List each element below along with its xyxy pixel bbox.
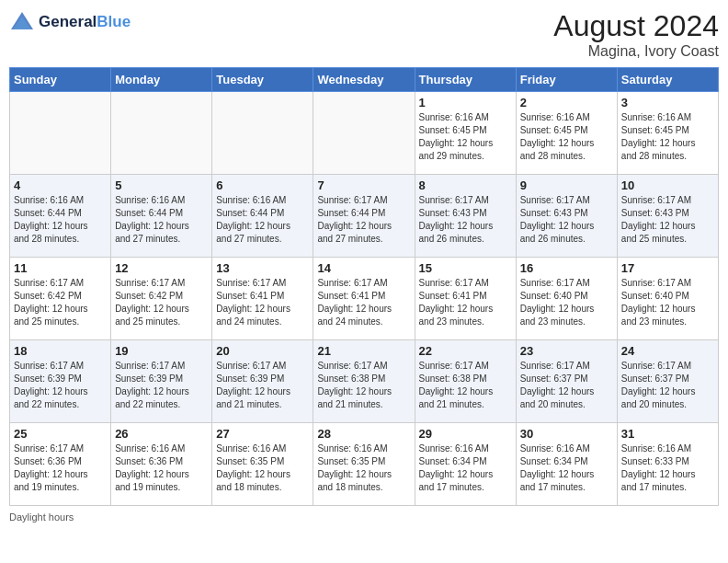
logo-icon bbox=[9, 9, 35, 35]
day-info: Sunrise: 6:17 AM Sunset: 6:44 PM Dayligh… bbox=[317, 194, 410, 246]
day-number: 15 bbox=[419, 261, 512, 275]
day-info: Sunrise: 6:16 AM Sunset: 6:45 PM Dayligh… bbox=[419, 111, 512, 163]
calendar-header-tuesday: Tuesday bbox=[212, 68, 313, 92]
calendar-header-saturday: Saturday bbox=[617, 68, 718, 92]
day-info: Sunrise: 6:17 AM Sunset: 6:42 PM Dayligh… bbox=[115, 277, 208, 328]
month-year: August 2024 bbox=[553, 9, 719, 43]
calendar-cell: 18Sunrise: 6:17 AM Sunset: 6:39 PM Dayli… bbox=[10, 340, 111, 423]
day-number: 29 bbox=[419, 427, 512, 441]
calendar-header-thursday: Thursday bbox=[415, 68, 516, 92]
calendar-cell: 28Sunrise: 6:16 AM Sunset: 6:35 PM Dayli… bbox=[313, 423, 415, 506]
day-number: 11 bbox=[14, 261, 107, 275]
day-info: Sunrise: 6:16 AM Sunset: 6:34 PM Dayligh… bbox=[419, 442, 512, 494]
day-info: Sunrise: 6:16 AM Sunset: 6:44 PM Dayligh… bbox=[115, 194, 208, 246]
calendar-header-wednesday: Wednesday bbox=[313, 68, 415, 92]
day-number: 24 bbox=[621, 344, 714, 358]
day-number: 30 bbox=[520, 427, 613, 441]
day-info: Sunrise: 6:16 AM Sunset: 6:33 PM Dayligh… bbox=[621, 442, 714, 494]
calendar-cell bbox=[313, 92, 415, 175]
day-info: Sunrise: 6:16 AM Sunset: 6:34 PM Dayligh… bbox=[520, 442, 613, 494]
calendar-cell: 17Sunrise: 6:17 AM Sunset: 6:40 PM Dayli… bbox=[617, 258, 718, 340]
page-header: GeneralBlue August 2024 Magina, Ivory Co… bbox=[9, 9, 719, 60]
day-number: 28 bbox=[317, 427, 410, 441]
calendar-week-2: 4Sunrise: 6:16 AM Sunset: 6:44 PM Daylig… bbox=[10, 175, 719, 258]
day-info: Sunrise: 6:16 AM Sunset: 6:35 PM Dayligh… bbox=[317, 442, 410, 494]
logo-text: GeneralBlue bbox=[39, 13, 131, 31]
day-number: 22 bbox=[419, 344, 512, 358]
day-number: 27 bbox=[216, 427, 309, 441]
calendar-week-4: 18Sunrise: 6:17 AM Sunset: 6:39 PM Dayli… bbox=[10, 340, 719, 423]
day-info: Sunrise: 6:16 AM Sunset: 6:44 PM Dayligh… bbox=[14, 194, 107, 246]
day-number: 31 bbox=[621, 427, 714, 441]
day-number: 12 bbox=[115, 261, 208, 275]
calendar-cell: 23Sunrise: 6:17 AM Sunset: 6:37 PM Dayli… bbox=[516, 340, 617, 423]
calendar-cell: 12Sunrise: 6:17 AM Sunset: 6:42 PM Dayli… bbox=[111, 258, 212, 340]
calendar-week-5: 25Sunrise: 6:17 AM Sunset: 6:36 PM Dayli… bbox=[10, 423, 719, 506]
day-info: Sunrise: 6:17 AM Sunset: 6:40 PM Dayligh… bbox=[520, 277, 613, 328]
day-info: Sunrise: 6:17 AM Sunset: 6:40 PM Dayligh… bbox=[621, 277, 714, 328]
day-number: 23 bbox=[520, 344, 613, 358]
location: Magina, Ivory Coast bbox=[553, 43, 719, 60]
calendar-header-sunday: Sunday bbox=[10, 68, 111, 92]
calendar-header-row: SundayMondayTuesdayWednesdayThursdayFrid… bbox=[10, 68, 719, 92]
day-info: Sunrise: 6:17 AM Sunset: 6:42 PM Dayligh… bbox=[14, 277, 107, 328]
day-number: 5 bbox=[115, 178, 208, 192]
calendar-cell: 25Sunrise: 6:17 AM Sunset: 6:36 PM Dayli… bbox=[10, 423, 111, 506]
calendar-cell: 20Sunrise: 6:17 AM Sunset: 6:39 PM Dayli… bbox=[212, 340, 313, 423]
day-info: Sunrise: 6:17 AM Sunset: 6:37 PM Dayligh… bbox=[520, 360, 613, 411]
calendar-cell: 21Sunrise: 6:17 AM Sunset: 6:38 PM Dayli… bbox=[313, 340, 415, 423]
day-number: 26 bbox=[115, 427, 208, 441]
day-info: Sunrise: 6:16 AM Sunset: 6:36 PM Dayligh… bbox=[115, 442, 208, 494]
calendar-cell bbox=[212, 92, 313, 175]
day-number: 16 bbox=[520, 261, 613, 275]
title-block: August 2024 Magina, Ivory Coast bbox=[553, 9, 719, 60]
calendar-cell: 27Sunrise: 6:16 AM Sunset: 6:35 PM Dayli… bbox=[212, 423, 313, 506]
calendar-cell: 7Sunrise: 6:17 AM Sunset: 6:44 PM Daylig… bbox=[313, 175, 415, 258]
day-info: Sunrise: 6:17 AM Sunset: 6:39 PM Dayligh… bbox=[14, 360, 107, 411]
calendar-cell: 30Sunrise: 6:16 AM Sunset: 6:34 PM Dayli… bbox=[516, 423, 617, 506]
day-number: 18 bbox=[14, 344, 107, 358]
calendar-header-friday: Friday bbox=[516, 68, 617, 92]
calendar-cell bbox=[111, 92, 212, 175]
calendar-cell: 22Sunrise: 6:17 AM Sunset: 6:38 PM Dayli… bbox=[415, 340, 516, 423]
calendar-cell: 14Sunrise: 6:17 AM Sunset: 6:41 PM Dayli… bbox=[313, 258, 415, 340]
day-number: 2 bbox=[520, 96, 613, 109]
day-number: 13 bbox=[216, 261, 309, 275]
footer-note: Daylight hours bbox=[9, 511, 719, 523]
day-info: Sunrise: 6:16 AM Sunset: 6:45 PM Dayligh… bbox=[621, 111, 714, 163]
calendar-cell: 1Sunrise: 6:16 AM Sunset: 6:45 PM Daylig… bbox=[415, 92, 516, 175]
calendar-cell: 24Sunrise: 6:17 AM Sunset: 6:37 PM Dayli… bbox=[617, 340, 718, 423]
calendar-week-3: 11Sunrise: 6:17 AM Sunset: 6:42 PM Dayli… bbox=[10, 258, 719, 340]
day-info: Sunrise: 6:17 AM Sunset: 6:38 PM Dayligh… bbox=[419, 360, 512, 411]
day-number: 6 bbox=[216, 178, 309, 192]
day-info: Sunrise: 6:17 AM Sunset: 6:43 PM Dayligh… bbox=[621, 194, 714, 246]
day-number: 14 bbox=[317, 261, 410, 275]
day-info: Sunrise: 6:16 AM Sunset: 6:44 PM Dayligh… bbox=[216, 194, 309, 246]
calendar-cell: 4Sunrise: 6:16 AM Sunset: 6:44 PM Daylig… bbox=[10, 175, 111, 258]
day-number: 3 bbox=[621, 96, 714, 109]
day-number: 7 bbox=[317, 178, 410, 192]
day-info: Sunrise: 6:16 AM Sunset: 6:45 PM Dayligh… bbox=[520, 111, 613, 163]
day-number: 1 bbox=[419, 96, 512, 109]
calendar-cell: 5Sunrise: 6:16 AM Sunset: 6:44 PM Daylig… bbox=[111, 175, 212, 258]
day-info: Sunrise: 6:17 AM Sunset: 6:38 PM Dayligh… bbox=[317, 360, 410, 411]
day-info: Sunrise: 6:17 AM Sunset: 6:39 PM Dayligh… bbox=[216, 360, 309, 411]
day-number: 10 bbox=[621, 178, 714, 192]
day-number: 17 bbox=[621, 261, 714, 275]
calendar-cell: 8Sunrise: 6:17 AM Sunset: 6:43 PM Daylig… bbox=[415, 175, 516, 258]
calendar-cell: 29Sunrise: 6:16 AM Sunset: 6:34 PM Dayli… bbox=[415, 423, 516, 506]
day-number: 25 bbox=[14, 427, 107, 441]
day-number: 19 bbox=[115, 344, 208, 358]
calendar-cell: 3Sunrise: 6:16 AM Sunset: 6:45 PM Daylig… bbox=[617, 92, 718, 175]
calendar-cell: 9Sunrise: 6:17 AM Sunset: 6:43 PM Daylig… bbox=[516, 175, 617, 258]
calendar: SundayMondayTuesdayWednesdayThursdayFrid… bbox=[9, 67, 719, 506]
day-number: 9 bbox=[520, 178, 613, 192]
day-number: 21 bbox=[317, 344, 410, 358]
calendar-cell: 31Sunrise: 6:16 AM Sunset: 6:33 PM Dayli… bbox=[617, 423, 718, 506]
day-info: Sunrise: 6:17 AM Sunset: 6:43 PM Dayligh… bbox=[520, 194, 613, 246]
day-info: Sunrise: 6:17 AM Sunset: 6:39 PM Dayligh… bbox=[115, 360, 208, 411]
calendar-cell: 10Sunrise: 6:17 AM Sunset: 6:43 PM Dayli… bbox=[617, 175, 718, 258]
day-info: Sunrise: 6:17 AM Sunset: 6:41 PM Dayligh… bbox=[317, 277, 410, 328]
day-number: 8 bbox=[419, 178, 512, 192]
day-info: Sunrise: 6:17 AM Sunset: 6:43 PM Dayligh… bbox=[419, 194, 512, 246]
